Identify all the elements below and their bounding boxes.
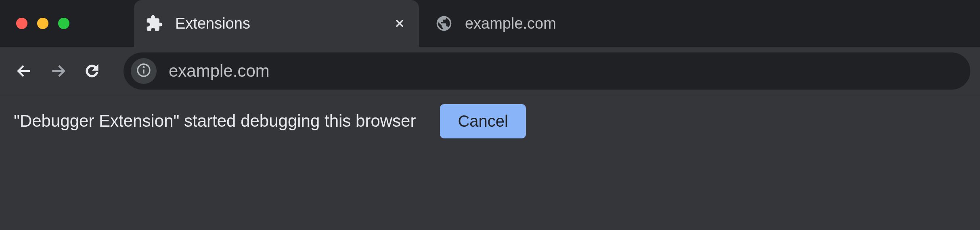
window-minimize-button[interactable]: [37, 18, 48, 29]
close-icon[interactable]: [392, 15, 408, 31]
info-icon: [136, 62, 152, 80]
window-controls: [16, 18, 69, 29]
url-input[interactable]: [169, 61, 963, 81]
forward-button[interactable]: [44, 56, 73, 86]
back-button[interactable]: [10, 56, 39, 86]
tab-title: Extensions: [175, 15, 250, 32]
infobar-message: "Debugger Extension" started debugging t…: [14, 111, 416, 131]
toolbar: [0, 47, 980, 95]
svg-point-2: [143, 67, 144, 67]
tabs-container: Extensions example.com: [134, 0, 567, 47]
tab-strip: Extensions example.com: [0, 0, 980, 47]
address-bar[interactable]: [124, 52, 970, 90]
globe-icon: [435, 15, 453, 32]
window-maximize-button[interactable]: [58, 18, 69, 29]
tab-title: example.com: [465, 15, 556, 32]
tab-extensions[interactable]: Extensions: [134, 0, 419, 47]
debugger-infobar: "Debugger Extension" started debugging t…: [0, 95, 980, 147]
puzzle-piece-icon: [145, 15, 163, 32]
window-close-button[interactable]: [16, 18, 27, 29]
cancel-button[interactable]: Cancel: [440, 104, 526, 138]
reload-button[interactable]: [77, 56, 107, 86]
site-info-button[interactable]: [131, 58, 157, 84]
tab-example-com[interactable]: example.com: [419, 0, 567, 47]
